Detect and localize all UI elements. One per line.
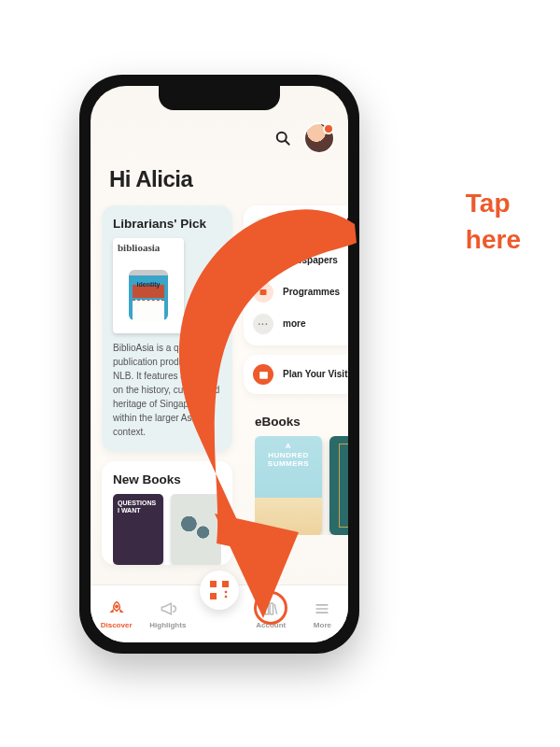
tab-scan[interactable] xyxy=(193,585,245,642)
can-label: Identity xyxy=(137,281,161,288)
svg-point-10 xyxy=(115,605,117,607)
can-illustration xyxy=(129,270,168,320)
new-book-1[interactable] xyxy=(113,494,163,565)
greeting: Hi Alicia xyxy=(109,166,192,192)
ebooks-card[interactable]: eBooks xyxy=(244,403,348,535)
qr-icon xyxy=(210,581,229,599)
phone-notch xyxy=(159,86,280,110)
more-icon: ··· xyxy=(253,314,273,334)
librarians-pick-title: Librarians' Pick xyxy=(113,217,221,231)
ebooks-row xyxy=(255,436,348,535)
svg-rect-9 xyxy=(259,372,268,374)
new-books-title: New Books xyxy=(113,472,221,486)
new-books-row xyxy=(113,494,221,565)
menu-item-programmes[interactable]: Programmes xyxy=(253,276,348,308)
right-column: eNewspapers & eMagazines Newspapers xyxy=(244,205,348,581)
new-books-card[interactable]: New Books xyxy=(102,461,232,565)
news-icon xyxy=(253,250,273,271)
tab-more[interactable]: More xyxy=(297,585,348,642)
tab-account[interactable]: Account xyxy=(245,585,297,642)
quick-menu-card: eNewspapers & eMagazines Newspapers xyxy=(244,205,348,345)
ebooks-title: eBooks xyxy=(255,415,348,429)
search-button[interactable] xyxy=(270,125,296,151)
programmes-icon xyxy=(253,282,273,303)
callout-line1: Tap xyxy=(466,185,521,221)
newspaper-icon xyxy=(253,218,273,238)
svg-rect-5 xyxy=(260,258,267,264)
callout-text: Tap here xyxy=(466,185,521,258)
librarians-pick-card[interactable]: Librarians' Pick biblioasia Identity Bib… xyxy=(102,205,232,452)
calendar-icon xyxy=(253,364,273,385)
menu-item-label: more xyxy=(283,318,305,330)
search-icon xyxy=(273,129,292,148)
tab-label: More xyxy=(314,621,331,629)
pick-book-cover: biblioasia Identity xyxy=(113,238,184,333)
tab-label: Discover xyxy=(101,621,133,629)
plan-visit-card[interactable]: Plan Your Visit xyxy=(244,355,348,394)
tab-label: Account xyxy=(256,621,286,629)
tab-discover[interactable]: Discover xyxy=(91,585,142,642)
rocket-icon xyxy=(107,599,126,618)
phone-screen: Hi Alicia Librarians' Pick biblioasia Id… xyxy=(91,86,348,642)
plan-visit-label: Plan Your Visit xyxy=(283,369,347,380)
megaphone-icon xyxy=(159,599,177,618)
new-book-2[interactable] xyxy=(171,494,221,565)
callout-line2: here xyxy=(466,221,521,258)
ebook-2[interactable] xyxy=(329,436,348,535)
avatar[interactable] xyxy=(305,124,333,152)
menu-item-label: Newspapers xyxy=(283,255,338,266)
phone-frame: Hi Alicia Librarians' Pick biblioasia Id… xyxy=(79,75,359,654)
svg-rect-7 xyxy=(260,289,267,295)
left-column: Librarians' Pick biblioasia Identity Bib… xyxy=(102,205,232,581)
svg-line-1 xyxy=(286,141,289,145)
svg-rect-12 xyxy=(270,603,273,614)
ebook-1[interactable] xyxy=(255,436,322,535)
pick-description: BiblioAsia is a quarterly publication pr… xyxy=(113,341,221,439)
tab-bar: Discover Highlights Account xyxy=(91,585,348,642)
menu-item-newspapers[interactable]: Newspapers xyxy=(253,245,348,276)
tab-highlights[interactable]: Highlights xyxy=(142,585,193,642)
menu-item-more[interactable]: ··· more xyxy=(253,308,348,340)
menu-item-label: eNewspapers & eMagazines xyxy=(283,217,348,239)
top-bar xyxy=(91,120,348,157)
scan-button[interactable] xyxy=(200,571,239,610)
menu-item-label: Programmes xyxy=(283,287,340,298)
svg-rect-11 xyxy=(265,603,268,614)
books-icon xyxy=(261,599,280,618)
menu-item-enews[interactable]: eNewspapers & eMagazines xyxy=(253,211,348,245)
pick-book-brand: biblioasia xyxy=(113,238,184,253)
menu-icon xyxy=(313,599,331,618)
tab-label: Highlights xyxy=(149,621,186,629)
content-columns: Librarians' Pick biblioasia Identity Bib… xyxy=(102,205,337,581)
